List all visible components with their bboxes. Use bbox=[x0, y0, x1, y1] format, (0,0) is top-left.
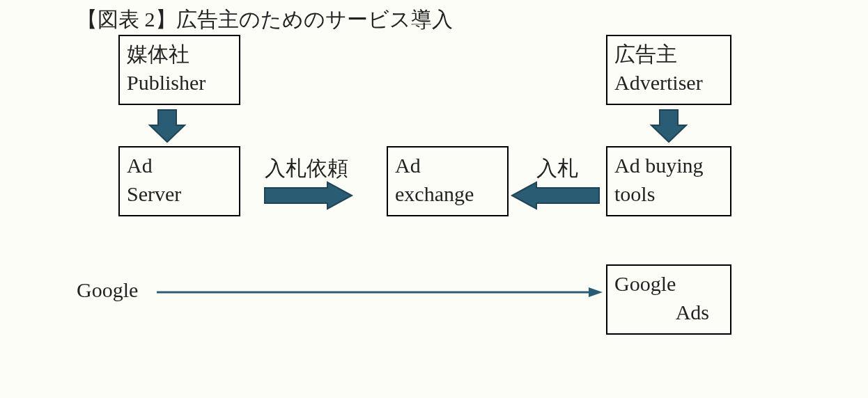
box-advertiser-line1: 広告主 bbox=[614, 40, 723, 69]
box-adexchange: Ad exchange bbox=[387, 146, 509, 216]
label-google: Google bbox=[77, 278, 138, 302]
box-publisher-line1: 媒体社 bbox=[127, 40, 232, 69]
arrow-long-right-icon bbox=[157, 285, 603, 299]
svg-marker-5 bbox=[589, 287, 603, 297]
box-advertiser-line2: Advertiser bbox=[614, 69, 723, 97]
svg-marker-1 bbox=[651, 110, 686, 142]
box-googleads: Google Ads bbox=[606, 264, 731, 335]
box-publisher: 媒体社 Publisher bbox=[118, 35, 240, 105]
svg-marker-2 bbox=[265, 182, 352, 209]
label-bidrequest: 入札依頼 bbox=[265, 154, 348, 183]
box-advertiser: 広告主 Advertiser bbox=[606, 35, 731, 105]
figure-title: 【図表 2】広告主のためのサービス導入 bbox=[77, 6, 453, 34]
arrow-down-icon bbox=[150, 110, 185, 145]
label-bid: 入札 bbox=[536, 154, 578, 183]
box-googleads-line2: Ads bbox=[614, 298, 723, 327]
box-adbuying-line2: tools bbox=[614, 180, 723, 209]
box-adbuying: Ad buying tools bbox=[606, 146, 731, 216]
svg-marker-3 bbox=[512, 182, 599, 209]
box-adserver: Ad Server bbox=[118, 146, 240, 216]
box-adserver-line2: Server bbox=[127, 180, 232, 209]
box-adbuying-line1: Ad buying bbox=[614, 152, 723, 180]
box-adexchange-line2: exchange bbox=[395, 180, 500, 209]
svg-marker-0 bbox=[150, 110, 185, 142]
arrow-right-icon bbox=[265, 182, 352, 209]
box-publisher-line2: Publisher bbox=[127, 69, 232, 97]
arrow-down-icon bbox=[651, 110, 686, 145]
box-adexchange-line1: Ad bbox=[395, 152, 500, 180]
box-googleads-line1: Google bbox=[614, 270, 723, 298]
box-adserver-line1: Ad bbox=[127, 152, 232, 180]
arrow-left-icon bbox=[512, 182, 599, 209]
